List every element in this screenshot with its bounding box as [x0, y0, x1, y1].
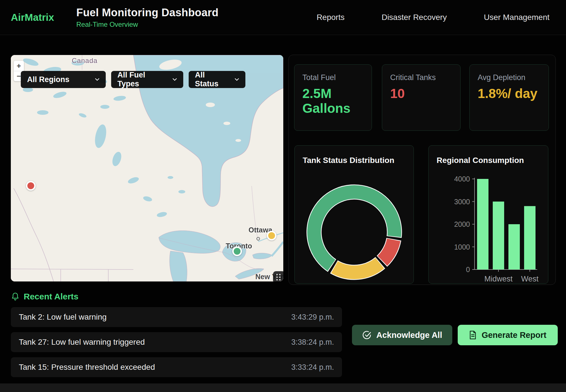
- alert-time: 3:43:29 p.m.: [291, 313, 334, 322]
- brand-logo: AirMatrix: [11, 12, 54, 23]
- nav-user-management[interactable]: User Management: [484, 13, 549, 22]
- plus-icon: +: [17, 62, 21, 70]
- stat-card-total-fuel: Total Fuel 2.5M Gallons: [294, 64, 372, 131]
- zoom-in-button[interactable]: +: [14, 61, 24, 71]
- map-filters: All Regions All Fuel Types All Status: [21, 71, 245, 88]
- map-label-canada: Canada: [72, 57, 97, 65]
- stat-value: 10: [390, 86, 452, 101]
- alert-text: Tank 27: Low fuel warning triggered: [19, 338, 145, 347]
- map-marker-warning[interactable]: [267, 231, 276, 240]
- alert-time: 3:38:24 p.m.: [291, 338, 334, 347]
- alert-row[interactable]: Tank 27: Low fuel warning triggered 3:38…: [11, 332, 342, 352]
- map-panel[interactable]: Canada Ottawa Toronto New York + − All R…: [11, 55, 283, 281]
- acknowledge-all-label: Acknowledge All: [376, 330, 442, 340]
- svg-text:West: West: [521, 275, 539, 283]
- regional-consumption-chart: 01000200030004000MidwestWest: [429, 146, 549, 284]
- page-subtitle: Real-Time Overview: [76, 21, 219, 28]
- svg-text:2000: 2000: [454, 220, 470, 228]
- alert-text: Tank 15: Pressure threshold exceeded: [19, 363, 155, 372]
- stat-card-critical-tanks: Critical Tanks 10: [382, 64, 461, 131]
- acknowledge-all-button[interactable]: Acknowledge All: [352, 325, 452, 345]
- nav-disaster-recovery[interactable]: Disaster Recovery: [382, 13, 447, 22]
- page-title: Fuel Monitoring Dashboard: [76, 7, 219, 19]
- fuel-type-filter-select[interactable]: All Fuel Types: [111, 71, 183, 88]
- alert-text: Tank 2: Low fuel warning: [19, 313, 107, 322]
- bottom-strip: [0, 383, 566, 392]
- ottawa-town-icon: [256, 237, 260, 240]
- chevron-down-icon: [94, 77, 100, 82]
- svg-text:4000: 4000: [454, 175, 470, 183]
- generate-report-button[interactable]: Generate Report: [458, 325, 558, 345]
- fuel-type-filter-value: All Fuel Types: [117, 71, 167, 88]
- header: AirMatrix Fuel Monitoring Dashboard Real…: [0, 0, 566, 35]
- alerts-title: Recent Alerts: [24, 292, 78, 301]
- alerts-header: Recent Alerts: [11, 292, 78, 301]
- alert-row[interactable]: Tank 2: Low fuel warning 3:43:29 p.m.: [11, 307, 342, 327]
- alert-row[interactable]: Tank 15: Pressure threshold exceeded 3:3…: [11, 357, 342, 377]
- regional-consumption-card: Regional Consumption 01000200030004000Mi…: [428, 145, 548, 284]
- tank-status-title: Tank Status Distribution: [303, 156, 394, 165]
- stat-value: 1.8%/ day: [478, 86, 541, 101]
- nav-reports[interactable]: Reports: [317, 13, 345, 22]
- app-root: AirMatrix Fuel Monitoring Dashboard Real…: [0, 0, 566, 392]
- map-marker-normal[interactable]: [232, 246, 242, 256]
- bell-icon: [11, 292, 19, 301]
- drag-handle-icon: [273, 271, 283, 281]
- region-filter-select[interactable]: All Regions: [21, 71, 106, 88]
- svg-text:1000: 1000: [454, 243, 470, 251]
- tank-status-donut: [306, 184, 403, 281]
- svg-text:Midwest: Midwest: [484, 275, 513, 283]
- minus-icon: −: [17, 72, 21, 81]
- main-nav: Reports Disaster Recovery User Managemen…: [317, 13, 566, 22]
- stat-label: Avg Depletion: [478, 73, 541, 82]
- status-filter-select[interactable]: All Status: [189, 71, 245, 88]
- stat-value: 2.5M Gallons: [302, 86, 364, 116]
- chevron-down-icon: [172, 77, 178, 82]
- svg-text:0: 0: [466, 266, 470, 273]
- chevron-down-icon: [234, 77, 240, 82]
- map-marker-critical[interactable]: [26, 181, 36, 191]
- generate-report-label: Generate Report: [482, 330, 546, 340]
- stats-panel: Total Fuel 2.5M Gallons Critical Tanks 1…: [288, 55, 556, 285]
- tank-status-card: Tank Status Distribution: [294, 145, 414, 284]
- document-icon: [469, 331, 477, 339]
- map-resize-handle[interactable]: [273, 271, 283, 281]
- status-filter-value: All Status: [195, 71, 229, 88]
- stat-card-avg-depletion: Avg Depletion 1.8%/ day: [469, 64, 549, 131]
- stat-label: Total Fuel: [302, 73, 364, 82]
- region-filter-value: All Regions: [27, 75, 70, 84]
- stat-label: Critical Tanks: [390, 73, 452, 82]
- check-circle-icon: [362, 330, 371, 340]
- svg-text:3000: 3000: [454, 198, 470, 206]
- alert-time: 3:33:24 p.m.: [291, 363, 334, 372]
